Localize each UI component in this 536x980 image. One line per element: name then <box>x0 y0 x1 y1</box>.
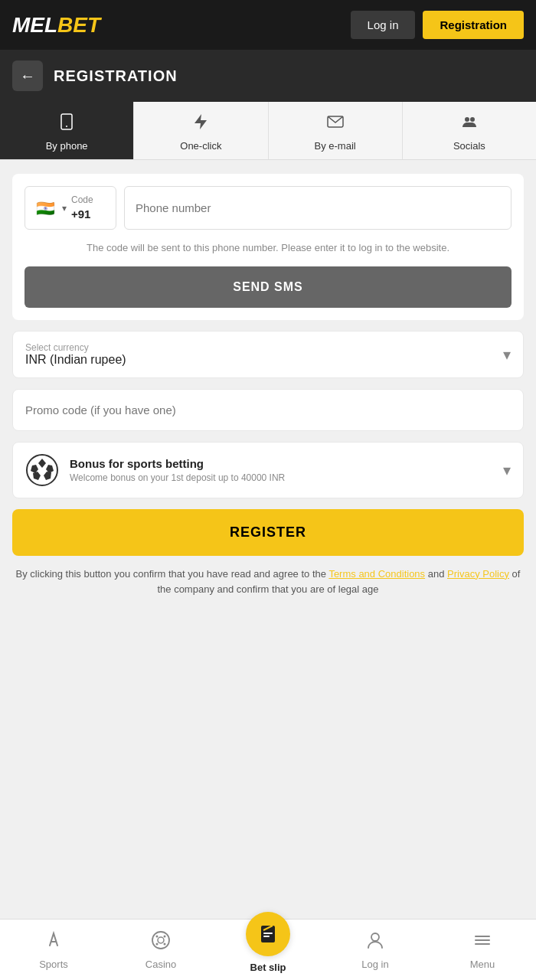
tab-socials[interactable]: Socials <box>403 102 536 159</box>
privacy-policy-link[interactable]: Privacy Policy <box>447 568 509 580</box>
terms-and-conditions-link[interactable]: Terms and Conditions <box>328 568 425 580</box>
tab-one-click[interactable]: One-click <box>134 102 268 159</box>
login-nav-label: Log in <box>361 959 388 970</box>
logo-mel: MEL <box>12 13 57 37</box>
soccer-ball-icon <box>25 453 59 487</box>
country-code-info: Code +91 <box>71 194 93 221</box>
nav-casino[interactable]: Casino <box>107 924 214 976</box>
code-label: Code <box>71 194 93 207</box>
country-flag: 🇮🇳 <box>34 198 56 219</box>
currency-label: Select currency <box>25 342 126 353</box>
nav-menu[interactable]: Menu <box>429 924 536 976</box>
email-tab-icon <box>326 113 345 136</box>
currency-info: Select currency INR (Indian rupee) <box>25 342 126 367</box>
code-value: +91 <box>71 207 93 222</box>
tab-by-phone[interactable]: By phone <box>0 102 134 159</box>
phone-input[interactable] <box>124 186 511 230</box>
currency-value: INR (Indian rupee) <box>25 353 126 366</box>
phone-section: 🇮🇳 ▾ Code +91 The code will be sent to t… <box>12 174 524 320</box>
nav-bet-slip[interactable]: Bet slip <box>214 921 322 979</box>
svg-point-13 <box>158 937 164 943</box>
socials-tab-icon <box>460 113 479 136</box>
country-selector[interactable]: 🇮🇳 ▾ Code +91 <box>25 186 116 230</box>
casino-icon <box>151 930 171 955</box>
svg-marker-2 <box>194 114 207 129</box>
menu-label: Menu <box>470 959 495 970</box>
country-chevron-icon: ▾ <box>62 203 67 214</box>
login-nav-icon <box>365 930 385 955</box>
svg-point-16 <box>156 942 159 945</box>
bottom-navigation: Sports Casino Bet slip <box>0 919 536 980</box>
bet-slip-label: Bet slip <box>250 962 286 973</box>
phone-tab-icon <box>57 113 76 136</box>
logo-bet: BET <box>57 13 100 37</box>
header: MELBET Log in Registration <box>0 0 536 50</box>
svg-point-1 <box>66 126 67 127</box>
bet-slip-circle <box>246 912 290 956</box>
tab-one-click-label: One-click <box>180 140 221 152</box>
bonus-title: Bonus for sports betting <box>70 457 492 470</box>
tab-by-email-label: By e-mail <box>315 140 356 152</box>
terms-middle: and <box>425 568 447 580</box>
nav-sports[interactable]: Sports <box>0 924 107 976</box>
svg-point-15 <box>164 935 166 937</box>
nav-login[interactable]: Log in <box>322 924 429 976</box>
sports-icon <box>44 930 64 955</box>
sports-label: Sports <box>39 959 68 970</box>
svg-point-5 <box>470 117 475 122</box>
tab-by-phone-label: By phone <box>46 140 88 152</box>
header-buttons: Log in Registration <box>351 11 524 39</box>
tab-socials-label: Socials <box>453 140 485 152</box>
logo: MELBET <box>12 13 100 38</box>
tab-by-email[interactable]: By e-mail <box>269 102 403 159</box>
svg-point-17 <box>164 942 166 945</box>
terms-prefix: By clicking this button you confirm that… <box>16 568 329 580</box>
svg-rect-20 <box>263 936 270 937</box>
casino-label: Casino <box>145 959 176 970</box>
menu-icon <box>472 930 492 955</box>
phone-row: 🇮🇳 ▾ Code +91 <box>25 186 511 230</box>
login-button[interactable]: Log in <box>351 11 416 39</box>
registration-button[interactable]: Registration <box>423 11 524 39</box>
registration-title-bar: ← REGISTRATION <box>0 50 536 102</box>
promo-code-input[interactable] <box>12 389 524 431</box>
bonus-description: Welcome bonus on your 1st deposit up to … <box>70 472 492 483</box>
terms-text: By clicking this button you confirm that… <box>12 567 524 599</box>
registration-tabs: By phone One-click By e-mail Socials <box>0 102 536 160</box>
page-title: REGISTRATION <box>54 67 178 85</box>
one-click-tab-icon <box>191 113 210 136</box>
bonus-section[interactable]: Bonus for sports betting Welcome bonus o… <box>12 442 524 498</box>
svg-point-14 <box>156 935 159 937</box>
bonus-chevron-icon: ▾ <box>503 461 511 479</box>
currency-selector[interactable]: Select currency INR (Indian rupee) ▾ <box>12 331 524 378</box>
svg-point-12 <box>152 932 169 949</box>
main-content: 🇮🇳 ▾ Code +91 The code will be sent to t… <box>0 160 536 691</box>
bonus-text: Bonus for sports betting Welcome bonus o… <box>70 457 492 483</box>
back-button[interactable]: ← <box>12 60 43 91</box>
svg-rect-19 <box>263 933 273 934</box>
currency-chevron-icon: ▾ <box>503 345 511 364</box>
svg-point-4 <box>465 117 469 122</box>
register-button[interactable]: REGISTER <box>12 509 524 556</box>
send-sms-button[interactable]: SEND SMS <box>25 266 511 308</box>
phone-hint: The code will be sent to this phone numb… <box>25 240 511 256</box>
svg-point-21 <box>371 933 379 941</box>
